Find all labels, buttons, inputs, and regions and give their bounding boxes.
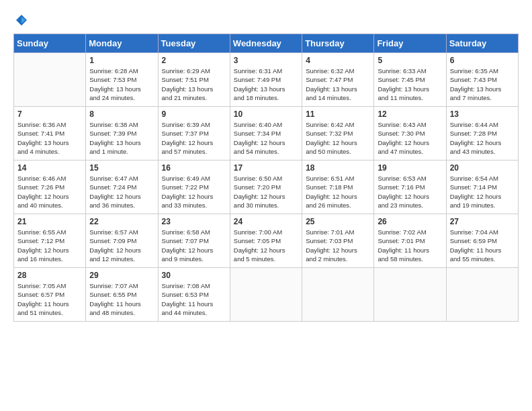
- day-info: Sunrise: 6:29 AM Sunset: 7:51 PM Dayligh…: [162, 66, 226, 102]
- day-info: Sunrise: 6:46 AM Sunset: 7:26 PM Dayligh…: [17, 174, 82, 210]
- calendar-cell: [14, 53, 86, 107]
- day-info: Sunrise: 7:07 AM Sunset: 6:55 PM Dayligh…: [89, 281, 154, 317]
- day-info: Sunrise: 6:31 AM Sunset: 7:49 PM Dayligh…: [234, 66, 298, 102]
- calendar-cell: 20Sunrise: 6:54 AM Sunset: 7:14 PM Dayli…: [446, 161, 518, 214]
- day-number: 11: [306, 109, 370, 119]
- calendar-table: SundayMondayTuesdayWednesdayThursdayFrid…: [13, 34, 519, 322]
- day-info: Sunrise: 6:38 AM Sunset: 7:39 PM Dayligh…: [89, 120, 154, 156]
- day-number: 23: [162, 217, 226, 226]
- day-number: 20: [450, 163, 515, 173]
- day-number: 13: [450, 109, 515, 119]
- day-info: Sunrise: 6:55 AM Sunset: 7:12 PM Dayligh…: [17, 228, 82, 263]
- calendar-week-row: 1Sunrise: 6:28 AM Sunset: 7:53 PM Daylig…: [14, 53, 519, 107]
- calendar-cell: 28Sunrise: 7:05 AM Sunset: 6:57 PM Dayli…: [14, 268, 86, 322]
- day-number: 29: [89, 271, 154, 280]
- weekday-header-tuesday: Tuesday: [158, 34, 230, 53]
- day-info: Sunrise: 6:47 AM Sunset: 7:24 PM Dayligh…: [89, 174, 154, 210]
- logo-icon: [15, 13, 28, 27]
- calendar-cell: 15Sunrise: 6:47 AM Sunset: 7:24 PM Dayli…: [86, 161, 158, 214]
- weekday-header-row: SundayMondayTuesdayWednesdayThursdayFrid…: [14, 34, 519, 53]
- day-number: 10: [234, 109, 298, 119]
- day-info: Sunrise: 6:40 AM Sunset: 7:34 PM Dayligh…: [234, 120, 298, 156]
- day-info: Sunrise: 6:28 AM Sunset: 7:53 PM Dayligh…: [89, 66, 154, 102]
- calendar-week-row: 7Sunrise: 6:36 AM Sunset: 7:41 PM Daylig…: [14, 107, 519, 161]
- day-info: Sunrise: 6:44 AM Sunset: 7:28 PM Dayligh…: [450, 120, 515, 156]
- calendar-cell: 18Sunrise: 6:51 AM Sunset: 7:18 PM Dayli…: [302, 161, 374, 214]
- day-number: 30: [162, 271, 226, 280]
- day-info: Sunrise: 6:35 AM Sunset: 7:43 PM Dayligh…: [450, 66, 515, 102]
- day-number: 24: [234, 217, 298, 226]
- day-info: Sunrise: 7:01 AM Sunset: 7:03 PM Dayligh…: [306, 228, 370, 263]
- day-info: Sunrise: 6:43 AM Sunset: 7:30 PM Dayligh…: [378, 120, 442, 156]
- day-info: Sunrise: 6:32 AM Sunset: 7:47 PM Dayligh…: [306, 66, 370, 102]
- day-number: 5: [378, 56, 442, 65]
- day-number: 27: [450, 217, 515, 226]
- day-info: Sunrise: 7:08 AM Sunset: 6:53 PM Dayligh…: [162, 281, 226, 317]
- day-number: 7: [17, 109, 82, 119]
- calendar-cell: 4Sunrise: 6:32 AM Sunset: 7:47 PM Daylig…: [302, 53, 374, 107]
- day-info: Sunrise: 6:36 AM Sunset: 7:41 PM Dayligh…: [17, 120, 82, 156]
- calendar-cell: 2Sunrise: 6:29 AM Sunset: 7:51 PM Daylig…: [158, 53, 230, 107]
- weekday-header-friday: Friday: [374, 34, 446, 53]
- day-info: Sunrise: 6:54 AM Sunset: 7:14 PM Dayligh…: [450, 174, 515, 210]
- calendar-cell: 14Sunrise: 6:46 AM Sunset: 7:26 PM Dayli…: [14, 161, 86, 214]
- day-number: 15: [89, 163, 154, 173]
- logo: [13, 13, 28, 27]
- day-number: 22: [89, 217, 154, 226]
- day-info: Sunrise: 6:53 AM Sunset: 7:16 PM Dayligh…: [378, 174, 442, 210]
- calendar-cell: 29Sunrise: 7:07 AM Sunset: 6:55 PM Dayli…: [86, 268, 158, 322]
- day-number: 4: [306, 56, 370, 65]
- day-number: 9: [162, 109, 226, 119]
- day-number: 28: [17, 271, 82, 280]
- calendar-cell: 10Sunrise: 6:40 AM Sunset: 7:34 PM Dayli…: [230, 107, 302, 161]
- calendar-cell: 26Sunrise: 7:02 AM Sunset: 7:01 PM Dayli…: [374, 214, 446, 268]
- day-info: Sunrise: 6:57 AM Sunset: 7:09 PM Dayligh…: [89, 228, 154, 263]
- day-info: Sunrise: 6:42 AM Sunset: 7:32 PM Dayligh…: [306, 120, 370, 156]
- day-info: Sunrise: 6:58 AM Sunset: 7:07 PM Dayligh…: [162, 228, 226, 263]
- calendar-cell: 27Sunrise: 7:04 AM Sunset: 6:59 PM Dayli…: [446, 214, 518, 268]
- page-header: [13, 13, 519, 27]
- day-number: 16: [162, 163, 226, 173]
- day-number: 2: [162, 56, 226, 65]
- weekday-header-wednesday: Wednesday: [230, 34, 302, 53]
- calendar-cell: 30Sunrise: 7:08 AM Sunset: 6:53 PM Dayli…: [158, 268, 230, 322]
- calendar-week-row: 28Sunrise: 7:05 AM Sunset: 6:57 PM Dayli…: [14, 268, 519, 322]
- day-info: Sunrise: 6:39 AM Sunset: 7:37 PM Dayligh…: [162, 120, 226, 156]
- calendar-cell: 3Sunrise: 6:31 AM Sunset: 7:49 PM Daylig…: [230, 53, 302, 107]
- calendar-cell: 12Sunrise: 6:43 AM Sunset: 7:30 PM Dayli…: [374, 107, 446, 161]
- day-info: Sunrise: 7:00 AM Sunset: 7:05 PM Dayligh…: [234, 228, 298, 263]
- day-number: 25: [306, 217, 370, 226]
- day-info: Sunrise: 6:51 AM Sunset: 7:18 PM Dayligh…: [306, 174, 370, 210]
- calendar-cell: 23Sunrise: 6:58 AM Sunset: 7:07 PM Dayli…: [158, 214, 230, 268]
- calendar-cell: 9Sunrise: 6:39 AM Sunset: 7:37 PM Daylig…: [158, 107, 230, 161]
- calendar-cell: 17Sunrise: 6:50 AM Sunset: 7:20 PM Dayli…: [230, 161, 302, 214]
- day-info: Sunrise: 6:50 AM Sunset: 7:20 PM Dayligh…: [234, 174, 298, 210]
- weekday-header-monday: Monday: [86, 34, 158, 53]
- calendar-cell: 8Sunrise: 6:38 AM Sunset: 7:39 PM Daylig…: [86, 107, 158, 161]
- day-number: 1: [89, 56, 154, 65]
- calendar-week-row: 21Sunrise: 6:55 AM Sunset: 7:12 PM Dayli…: [14, 214, 519, 268]
- day-number: 21: [17, 217, 82, 226]
- calendar-cell: 5Sunrise: 6:33 AM Sunset: 7:45 PM Daylig…: [374, 53, 446, 107]
- calendar-cell: 19Sunrise: 6:53 AM Sunset: 7:16 PM Dayli…: [374, 161, 446, 214]
- calendar-cell: 13Sunrise: 6:44 AM Sunset: 7:28 PM Dayli…: [446, 107, 518, 161]
- day-number: 12: [378, 109, 442, 119]
- calendar-cell: 22Sunrise: 6:57 AM Sunset: 7:09 PM Dayli…: [86, 214, 158, 268]
- day-info: Sunrise: 6:49 AM Sunset: 7:22 PM Dayligh…: [162, 174, 226, 210]
- calendar-cell: 16Sunrise: 6:49 AM Sunset: 7:22 PM Dayli…: [158, 161, 230, 214]
- calendar-cell: [230, 268, 302, 322]
- calendar-cell: [446, 268, 518, 322]
- day-number: 17: [234, 163, 298, 173]
- calendar-cell: 24Sunrise: 7:00 AM Sunset: 7:05 PM Dayli…: [230, 214, 302, 268]
- calendar-cell: 6Sunrise: 6:35 AM Sunset: 7:43 PM Daylig…: [446, 53, 518, 107]
- day-number: 18: [306, 163, 370, 173]
- weekday-header-thursday: Thursday: [302, 34, 374, 53]
- day-number: 19: [378, 163, 442, 173]
- calendar-cell: [302, 268, 374, 322]
- calendar-week-row: 14Sunrise: 6:46 AM Sunset: 7:26 PM Dayli…: [14, 161, 519, 214]
- calendar-cell: [374, 268, 446, 322]
- day-number: 14: [17, 163, 82, 173]
- day-number: 6: [450, 56, 515, 65]
- calendar-cell: 1Sunrise: 6:28 AM Sunset: 7:53 PM Daylig…: [86, 53, 158, 107]
- calendar-cell: 11Sunrise: 6:42 AM Sunset: 7:32 PM Dayli…: [302, 107, 374, 161]
